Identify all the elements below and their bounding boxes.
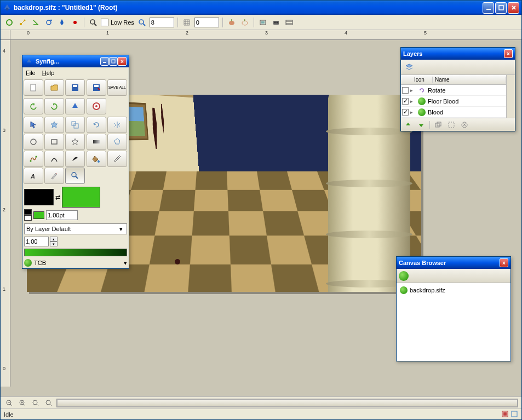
eyedropper-tool[interactable]: [107, 151, 127, 167]
line-width-input[interactable]: [46, 210, 78, 220]
menu-help[interactable]: Help: [42, 70, 55, 76]
onion-prev-icon[interactable]: [226, 17, 237, 28]
col-icon[interactable]: Icon: [412, 77, 433, 83]
rotate-tool[interactable]: [87, 117, 106, 133]
canvas-browser-panel[interactable]: Canvas Browser × backdrop.sifz: [396, 256, 511, 361]
blend-mode-dropdown[interactable]: By Layer Default ▾: [24, 223, 127, 234]
default-white-swatch[interactable]: [24, 215, 32, 221]
layer-delete-button[interactable]: [460, 120, 469, 130]
transform-tool[interactable]: [24, 117, 43, 133]
zoom-tool-icon[interactable]: [88, 17, 99, 28]
ruler-vertical[interactable]: 4 3 2 1 0: [1, 40, 10, 387]
width-tool[interactable]: [65, 151, 85, 167]
layers-scrollbar[interactable]: [506, 75, 515, 118]
layer-expand-icon[interactable]: ▸: [410, 88, 416, 93]
rectangle-tool[interactable]: [44, 134, 64, 150]
layers-stack-icon[interactable]: [403, 61, 415, 73]
open-file-button[interactable]: [44, 79, 64, 96]
swap-colors-icon[interactable]: ⇄: [55, 194, 60, 201]
draw-tool[interactable]: [44, 151, 64, 167]
fill-tool[interactable]: [87, 151, 106, 167]
grid-spin[interactable]: [194, 18, 219, 27]
layers-panel[interactable]: Layers × Icon Name ▸ Rotate ✓ ▸: [400, 47, 515, 131]
redo-button[interactable]: [44, 98, 64, 114]
secondary-color-swatch[interactable]: [33, 211, 44, 219]
layer-duplicate-button[interactable]: [433, 120, 443, 130]
tool-angle-icon[interactable]: [30, 17, 41, 28]
tool-circle-green-icon[interactable]: [4, 17, 15, 28]
circle-tool[interactable]: [24, 134, 43, 150]
preview-icon[interactable]: [257, 17, 268, 28]
synfig-about-icon[interactable]: [65, 98, 85, 114]
maximize-button[interactable]: [495, 2, 507, 14]
zoom-tool[interactable]: [65, 168, 85, 184]
layers-titlebar[interactable]: Layers ×: [401, 48, 515, 60]
titlebar[interactable]: backdrop.sifz : "Untitled1" (Root): [1, 1, 521, 15]
layer-visibility-checkbox[interactable]: [402, 87, 409, 94]
layer-row[interactable]: ✓ ▸ Blood: [401, 107, 506, 118]
layers-close-button[interactable]: ×: [504, 49, 513, 58]
layer-group-button[interactable]: [446, 120, 456, 130]
mirror-tool[interactable]: [107, 117, 127, 133]
col-name[interactable]: Name: [433, 77, 506, 83]
zoom-fit2-icon[interactable]: [43, 398, 54, 409]
interp-chevron-down-icon[interactable]: ▾: [124, 260, 127, 267]
save-all-button[interactable]: SAVE ALL: [107, 79, 127, 96]
smooth-move-tool[interactable]: [44, 117, 64, 133]
zoom-in-icon[interactable]: [17, 398, 28, 409]
canvas-browser-close-button[interactable]: ×: [500, 258, 508, 267]
polygon-tool[interactable]: [107, 134, 127, 150]
canvas-browser-titlebar[interactable]: Canvas Browser ×: [397, 257, 510, 269]
text-tool[interactable]: A: [24, 168, 43, 184]
lowres-checkbox[interactable]: [101, 19, 108, 26]
animate-icon[interactable]: [284, 17, 295, 28]
close-button[interactable]: [508, 2, 519, 14]
help-button[interactable]: [87, 98, 106, 114]
canvas-item[interactable]: backdrop.sifz: [400, 286, 507, 294]
new-file-button[interactable]: [24, 79, 43, 96]
menu-file[interactable]: File: [26, 70, 36, 76]
opacity-input[interactable]: [24, 237, 49, 246]
minimize-button[interactable]: [483, 2, 494, 14]
onion-next-icon[interactable]: [239, 17, 250, 28]
gradient-bar[interactable]: [24, 249, 127, 256]
save-as-button[interactable]: [87, 79, 106, 96]
scale-tool[interactable]: [65, 117, 85, 133]
layer-down-button[interactable]: [416, 120, 426, 130]
quality-spin[interactable]: [150, 18, 174, 27]
toolbox-close-button[interactable]: ×: [118, 57, 127, 66]
layer-visibility-checkbox[interactable]: ✓: [402, 98, 409, 105]
ruler-horizontal[interactable]: 0 1 2 3 4 5: [10, 30, 521, 40]
sketch-tool[interactable]: [44, 168, 64, 184]
tool-red-dot-icon[interactable]: [70, 17, 81, 28]
layer-expand-icon[interactable]: ▸: [410, 99, 416, 104]
layer-expand-icon[interactable]: ▸: [410, 110, 416, 115]
canvas-root-icon[interactable]: [399, 271, 409, 281]
toolbox-maximize-button[interactable]: [109, 57, 118, 66]
toolbox-panel[interactable]: Synfig... × File Help SAVE ALL: [22, 55, 129, 269]
fill-color-swatch[interactable]: [62, 187, 100, 208]
layer-visibility-checkbox[interactable]: ✓: [402, 109, 409, 116]
bline-tool[interactable]: [24, 151, 43, 167]
grid-icon[interactable]: [181, 17, 192, 28]
zoom-fit-icon[interactable]: [136, 17, 147, 28]
zoom-out-icon[interactable]: [4, 398, 15, 409]
tool-tangent-icon[interactable]: [17, 17, 28, 28]
gradient-tool[interactable]: [87, 134, 106, 150]
layer-up-button[interactable]: [403, 120, 413, 130]
tool-loop-icon[interactable]: [43, 17, 54, 28]
h-scrollbar[interactable]: [56, 399, 518, 407]
render-icon[interactable]: [271, 17, 282, 28]
layer-row[interactable]: ▸ Rotate: [401, 85, 506, 96]
outline-color-swatch[interactable]: [24, 189, 54, 205]
default-black-swatch[interactable]: [24, 209, 32, 215]
zoom-100-icon[interactable]: [30, 398, 41, 409]
tool-drop-icon[interactable]: [56, 17, 67, 28]
undo-button[interactable]: [24, 98, 43, 114]
toolbox-titlebar[interactable]: Synfig... ×: [22, 55, 129, 67]
save-button[interactable]: [65, 79, 85, 96]
opacity-down-button[interactable]: ▾: [50, 241, 58, 246]
toolbox-minimize-button[interactable]: [100, 57, 109, 66]
layer-row[interactable]: ✓ ▸ Floor Blood: [401, 96, 506, 107]
opacity-up-button[interactable]: ▴: [50, 237, 58, 241]
